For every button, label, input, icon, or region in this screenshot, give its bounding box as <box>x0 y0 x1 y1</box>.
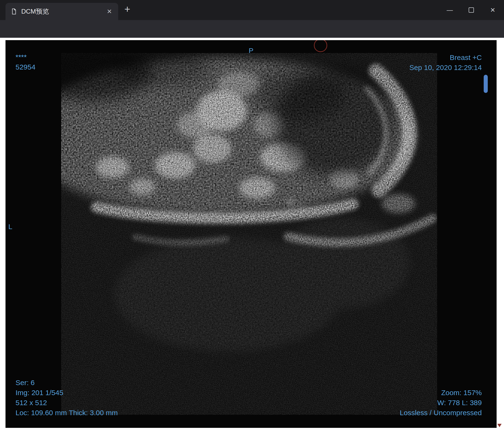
overlay-study-info: Breast +C Sep 10, 2020 12:29:14 <box>409 53 482 73</box>
zoom-level: Zoom: 157% <box>400 388 482 398</box>
patient-number: 52954 <box>16 62 35 72</box>
image-matrix: 512 x 512 <box>16 398 118 408</box>
series-number: Ser: 6 <box>16 378 118 388</box>
browser-window: DCM预览 ✕ + — ✕ <box>0 0 504 430</box>
minimize-button[interactable]: — <box>439 0 460 20</box>
window-controls: — ✕ <box>439 0 504 20</box>
overlay-series-info: Ser: 6 Img: 201 1/545 512 x 512 Loc: 109… <box>16 378 118 418</box>
tab-title: DCM预览 <box>21 7 105 16</box>
new-tab-button[interactable]: + <box>122 4 133 15</box>
tab-bar: DCM预览 ✕ + — ✕ <box>0 0 504 20</box>
compression-info: Lossless / Uncompressed <box>400 408 482 418</box>
window-level: W: 778 L: 389 <box>400 398 482 408</box>
tab-close-icon[interactable]: ✕ <box>105 8 113 15</box>
study-description: Breast +C <box>409 53 482 63</box>
mri-image[interactable] <box>61 53 437 415</box>
dicom-viewer: **** 52954 P Breast +C Sep 10, 2020 12:2… <box>6 40 497 428</box>
browser-toolbar: https://file.kkview.cn/onlinePreview?url… <box>0 20 504 38</box>
close-window-button[interactable]: ✕ <box>482 0 504 20</box>
study-datetime: Sep 10, 2020 12:29:14 <box>409 63 482 73</box>
maximize-button[interactable] <box>460 0 482 20</box>
slice-location: Loc: 109.60 mm Thick: 3.00 mm <box>16 408 118 418</box>
image-index: Img: 201 1/545 <box>16 388 118 398</box>
overlay-display-info: Zoom: 157% W: 778 L: 389 Lossless / Unco… <box>400 388 482 418</box>
scroll-down-arrow[interactable] <box>497 424 502 427</box>
document-icon <box>10 8 18 15</box>
viewer-scrollbar-thumb[interactable] <box>484 75 488 93</box>
page-background: **** 52954 P Breast +C Sep 10, 2020 12:2… <box>0 38 504 430</box>
orientation-marker-left: L <box>8 222 12 232</box>
maximize-icon <box>469 7 474 13</box>
tab-dcm-preview[interactable]: DCM预览 ✕ <box>6 3 118 20</box>
